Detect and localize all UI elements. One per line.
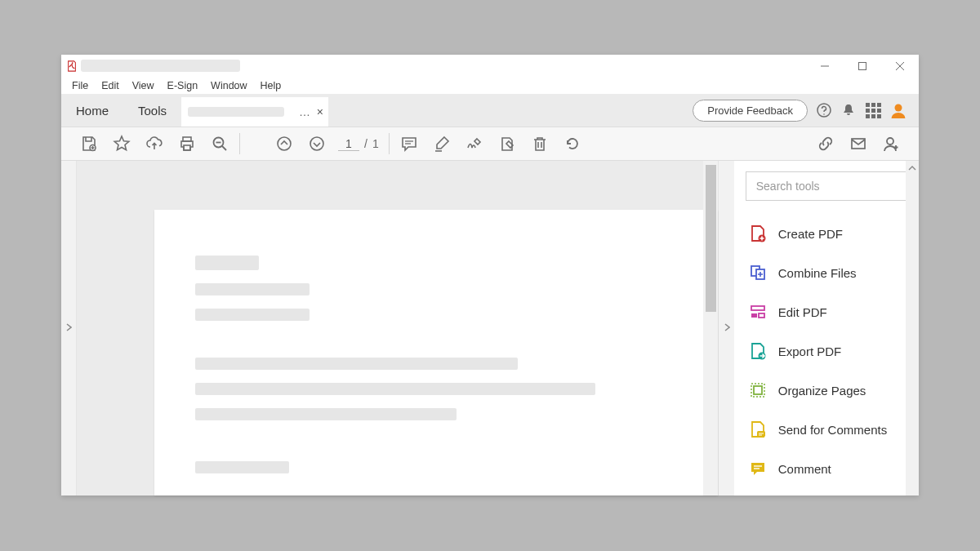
- cloud-upload-icon[interactable]: [138, 135, 171, 153]
- page-number-input[interactable]: [338, 137, 359, 151]
- sign-icon[interactable]: [458, 135, 491, 153]
- svg-point-5: [823, 113, 825, 115]
- toolbar-separator: [239, 133, 240, 154]
- scroll-up-icon[interactable]: [907, 162, 917, 174]
- svg-point-21: [887, 138, 893, 144]
- tabs-bar: Home Tools … × Provide Feedback: [61, 94, 919, 127]
- menu-view[interactable]: View: [126, 80, 161, 91]
- create-pdf-icon: [749, 224, 767, 242]
- content-area: Create PDF Combine Files Edit PDF Export…: [61, 161, 919, 495]
- tool-label: Comment: [778, 462, 831, 476]
- share-person-icon[interactable]: [875, 135, 907, 153]
- document-viewport[interactable]: [77, 161, 718, 495]
- notifications-icon[interactable]: [840, 102, 857, 118]
- tool-combine-files[interactable]: Combine Files: [734, 253, 919, 292]
- tool-label: Combine Files: [778, 266, 857, 280]
- tab-close-button[interactable]: ×: [317, 105, 323, 118]
- page-counter: / 1: [338, 137, 379, 151]
- tool-export-pdf[interactable]: Export PDF: [734, 331, 919, 371]
- svg-rect-27: [759, 313, 764, 318]
- tool-comment[interactable]: Comment: [734, 449, 919, 488]
- rotate-icon[interactable]: [556, 135, 589, 153]
- tools-panel: Create PDF Combine Files Edit PDF Export…: [734, 161, 919, 495]
- home-tab[interactable]: Home: [61, 94, 123, 127]
- main-toolbar: / 1: [61, 127, 919, 161]
- tool-label: Edit PDF: [778, 305, 827, 319]
- organize-pages-icon: [749, 381, 767, 399]
- edit-pdf-icon: [749, 303, 767, 321]
- tool-send-for-comments[interactable]: Send for Comments: [734, 410, 919, 449]
- scrollbar-thumb[interactable]: [706, 165, 716, 312]
- close-button[interactable]: [881, 55, 919, 77]
- svg-rect-1: [859, 62, 866, 69]
- print-icon[interactable]: [171, 135, 203, 153]
- menu-file[interactable]: File: [65, 80, 95, 91]
- menu-bar: File Edit View E-Sign Window Help: [61, 77, 919, 94]
- user-avatar-icon[interactable]: [889, 101, 907, 119]
- save-icon[interactable]: [73, 135, 105, 153]
- search-tools-input[interactable]: [756, 180, 897, 193]
- page-total: 1: [372, 137, 379, 150]
- svg-rect-30: [754, 386, 762, 394]
- edit-text-icon[interactable]: [491, 135, 523, 153]
- left-pane-toggle[interactable]: [61, 161, 77, 495]
- tool-label: Organize Pages: [778, 384, 866, 398]
- tab-ellipsis: …: [299, 105, 310, 118]
- app-window: File Edit View E-Sign Window Help Home T…: [61, 55, 919, 495]
- acrobat-app-icon: [66, 60, 78, 72]
- export-pdf-icon: [749, 342, 767, 360]
- tool-label: Create PDF: [778, 227, 843, 241]
- maximize-button[interactable]: [844, 55, 881, 77]
- provide-feedback-button[interactable]: Provide Feedback: [693, 100, 808, 122]
- share-link-icon[interactable]: [809, 135, 842, 153]
- window-controls: [806, 55, 919, 77]
- svg-rect-9: [184, 145, 190, 150]
- menu-edit[interactable]: Edit: [95, 80, 126, 91]
- svg-point-13: [278, 137, 291, 150]
- tool-label: Export PDF: [778, 344, 842, 358]
- right-pane-toggle[interactable]: [718, 161, 733, 495]
- send-comments-icon: [749, 420, 767, 438]
- email-icon[interactable]: [842, 135, 875, 153]
- tool-create-pdf[interactable]: Create PDF: [734, 214, 919, 253]
- tool-edit-pdf[interactable]: Edit PDF: [734, 292, 919, 331]
- menu-window[interactable]: Window: [204, 80, 253, 91]
- toolbar-separator: [389, 133, 390, 154]
- page-down-icon[interactable]: [301, 135, 333, 153]
- tools-scrollbar[interactable]: [906, 161, 919, 495]
- comment-bubble-icon[interactable]: [393, 135, 425, 153]
- menu-esign[interactable]: E-Sign: [161, 80, 205, 91]
- search-tools-field[interactable]: [746, 171, 907, 201]
- svg-rect-26: [751, 313, 757, 318]
- delete-icon[interactable]: [523, 135, 556, 153]
- svg-point-6: [895, 104, 902, 112]
- svg-rect-25: [751, 306, 764, 310]
- tool-organize-pages[interactable]: Organize Pages: [734, 371, 919, 410]
- window-title-placeholder: [81, 60, 240, 72]
- comment-icon: [749, 460, 767, 478]
- help-icon[interactable]: [816, 102, 832, 118]
- svg-point-14: [310, 137, 323, 150]
- combine-files-icon: [749, 264, 767, 282]
- page-up-icon[interactable]: [268, 135, 301, 153]
- document-tab[interactable]: … ×: [181, 97, 328, 127]
- svg-line-11: [222, 146, 226, 150]
- star-icon[interactable]: [105, 135, 138, 153]
- tools-tab[interactable]: Tools: [123, 94, 181, 127]
- document-scrollbar[interactable]: [703, 161, 718, 495]
- title-bar: [61, 55, 919, 77]
- document-page: [154, 210, 718, 495]
- highlight-icon[interactable]: [425, 135, 458, 153]
- apps-grid-icon[interactable]: [865, 102, 881, 118]
- page-sep: /: [364, 137, 368, 150]
- zoom-out-icon[interactable]: [203, 135, 236, 153]
- tool-label: Send for Comments: [778, 423, 887, 437]
- minimize-button[interactable]: [806, 55, 844, 77]
- menu-help[interactable]: Help: [254, 80, 288, 91]
- tools-list: Create PDF Combine Files Edit PDF Export…: [734, 211, 919, 491]
